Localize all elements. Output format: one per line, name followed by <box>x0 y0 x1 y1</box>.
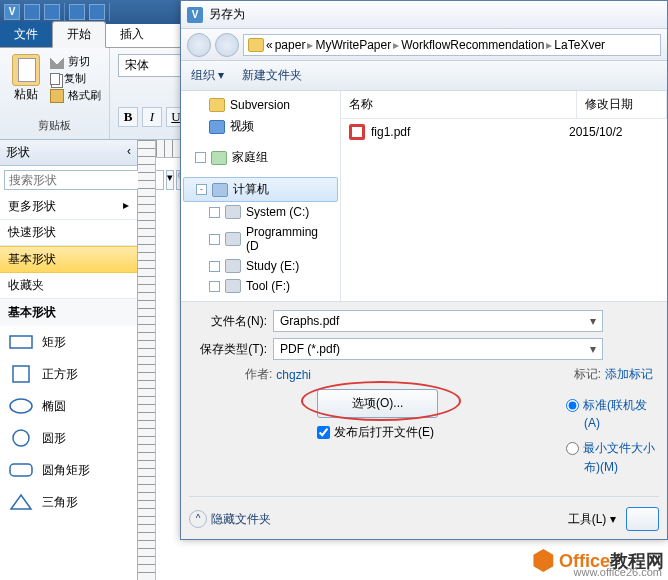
chevron-up-icon: ^ <box>189 510 207 528</box>
video-icon <box>209 120 225 134</box>
file-row[interactable]: fig1.pdf 2015/10/2 <box>341 119 667 145</box>
cat-favorites[interactable]: 收藏夹 <box>0 273 137 299</box>
drive-icon <box>225 205 241 219</box>
author-value[interactable]: chgzhi <box>276 368 311 382</box>
shapes-header: 形状 ‹ <box>0 140 137 166</box>
shape-ellipse[interactable]: 椭圆 <box>0 390 137 422</box>
dialog-footer: ^ 隐藏文件夹 工具(L) ▾ <box>189 496 659 531</box>
tree-study-e[interactable]: Study (E:) <box>181 256 340 276</box>
shape-triangle[interactable]: 三角形 <box>0 486 137 518</box>
cat-quick-shapes[interactable]: 快速形状 <box>0 220 137 246</box>
save-button[interactable] <box>626 507 659 531</box>
square-icon <box>8 364 34 384</box>
options-button[interactable]: 选项(O)... <box>317 389 438 418</box>
svg-point-2 <box>10 399 32 413</box>
copy-icon <box>50 73 60 85</box>
tree-system-c[interactable]: System (C:) <box>181 202 340 222</box>
dialog-title: 另存为 <box>209 6 245 23</box>
expand-icon[interactable] <box>195 152 206 163</box>
filename-label: 文件名(N): <box>195 313 267 330</box>
filename-input[interactable]: Graphs.pdf <box>273 310 603 332</box>
tree-optical[interactable]: CD 驱动器 (H <box>181 296 340 301</box>
organize-button[interactable]: 组织 ▾ <box>191 67 224 84</box>
radio-min-input[interactable] <box>566 442 579 455</box>
qat-icon[interactable] <box>89 4 105 20</box>
radio-standard[interactable]: 标准(联机发 <box>566 397 655 414</box>
forward-button[interactable] <box>215 33 239 57</box>
drive-icon <box>225 279 241 293</box>
svg-rect-4 <box>10 464 32 476</box>
circle-icon <box>8 428 34 448</box>
bold-button[interactable]: B <box>118 107 138 127</box>
expand-icon[interactable] <box>209 261 220 272</box>
radio-min[interactable]: 最小文件大小 <box>566 440 655 457</box>
tab-file[interactable]: 文件 <box>0 22 52 47</box>
format-painter-button[interactable]: 格式刷 <box>50 88 101 103</box>
drive-icon <box>225 232 241 246</box>
file-list: 名称 修改日期 fig1.pdf 2015/10/2 <box>341 91 667 301</box>
visio-icon: V <box>4 4 20 20</box>
back-button[interactable] <box>187 33 211 57</box>
cut-button[interactable]: 剪切 <box>50 54 101 69</box>
shapes-search: ▾ 🔍 <box>0 166 137 194</box>
folder-tree: Subversion 视频 家庭组 -计算机 System (C:) Progr… <box>181 91 341 301</box>
pdf-icon <box>349 124 365 140</box>
tab-home[interactable]: 开始 <box>52 21 106 48</box>
office-logo-icon: ⬢ <box>532 545 555 576</box>
tree-homegroup[interactable]: 家庭组 <box>181 146 340 169</box>
paste-icon <box>12 54 40 86</box>
paste-button[interactable]: 粘贴 <box>6 52 46 105</box>
svg-point-3 <box>13 430 29 446</box>
expand-icon[interactable] <box>209 207 220 218</box>
undo-icon[interactable] <box>44 4 60 20</box>
open-after-checkbox[interactable] <box>317 426 330 439</box>
hide-folders-button[interactable]: ^ 隐藏文件夹 <box>189 510 271 528</box>
shape-circle[interactable]: 圆形 <box>0 422 137 454</box>
save-icon[interactable] <box>24 4 40 20</box>
savetype-combo[interactable]: PDF (*.pdf) <box>273 338 603 360</box>
cat-more-shapes[interactable]: 更多形状▸ <box>0 194 137 220</box>
folder-icon <box>248 38 264 52</box>
tree-video[interactable]: 视频 <box>181 115 340 138</box>
italic-button[interactable]: I <box>142 107 162 127</box>
savetype-label: 保存类型(T): <box>195 341 267 358</box>
qat-icon[interactable] <box>69 4 85 20</box>
breadcrumb[interactable]: « paper▸ MyWritePaper▸ WorkflowRecommend… <box>243 34 661 56</box>
roundrect-icon <box>8 460 34 480</box>
section-title: 基本形状 <box>0 299 137 326</box>
tab-insert[interactable]: 插入 <box>106 22 158 47</box>
dialog-nav: « paper▸ MyWritePaper▸ WorkflowRecommend… <box>181 29 667 61</box>
drive-icon <box>225 259 241 273</box>
new-folder-button[interactable]: 新建文件夹 <box>242 67 302 84</box>
visio-icon: V <box>187 7 203 23</box>
copy-button[interactable]: 复制 <box>50 71 101 86</box>
tree-computer[interactable]: -计算机 <box>183 177 338 202</box>
clipboard-group: 粘贴 剪切 复制 格式刷 剪贴板 <box>0 48 110 139</box>
triangle-icon <box>8 492 34 512</box>
expand-icon[interactable] <box>209 281 220 292</box>
cat-basic-shapes[interactable]: 基本形状 <box>0 246 137 273</box>
tags-add[interactable]: 添加标记 <box>605 366 653 383</box>
col-name[interactable]: 名称 <box>341 91 577 118</box>
shape-square[interactable]: 正方形 <box>0 358 137 390</box>
chevron-icon[interactable]: ‹ <box>127 144 131 161</box>
expand-icon[interactable] <box>209 234 220 245</box>
svg-rect-0 <box>10 336 32 348</box>
collapse-icon[interactable]: - <box>196 184 207 195</box>
radio-standard-input[interactable] <box>566 399 579 412</box>
cut-icon <box>50 55 64 69</box>
tree-programming-d[interactable]: Programming (D <box>181 222 340 256</box>
col-date[interactable]: 修改日期 <box>577 91 667 118</box>
folder-icon <box>209 98 225 112</box>
shape-roundrect[interactable]: 圆角矩形 <box>0 454 137 486</box>
tree-tool-f[interactable]: Tool (F:) <box>181 276 340 296</box>
tools-menu[interactable]: 工具(L) ▾ <box>568 511 616 528</box>
tree-subversion[interactable]: Subversion <box>181 95 340 115</box>
optical-icon <box>225 301 241 302</box>
shapes-pane: 形状 ‹ ▾ 🔍 更多形状▸ 快速形状 基本形状 收藏夹 基本形状 矩形 正方形… <box>0 140 138 580</box>
separator <box>109 3 110 21</box>
search-dropdown[interactable]: ▾ <box>166 170 174 190</box>
author-label: 作者: <box>245 366 272 383</box>
shape-rect[interactable]: 矩形 <box>0 326 137 358</box>
save-as-dialog: V 另存为 « paper▸ MyWritePaper▸ WorkflowRec… <box>180 0 668 540</box>
